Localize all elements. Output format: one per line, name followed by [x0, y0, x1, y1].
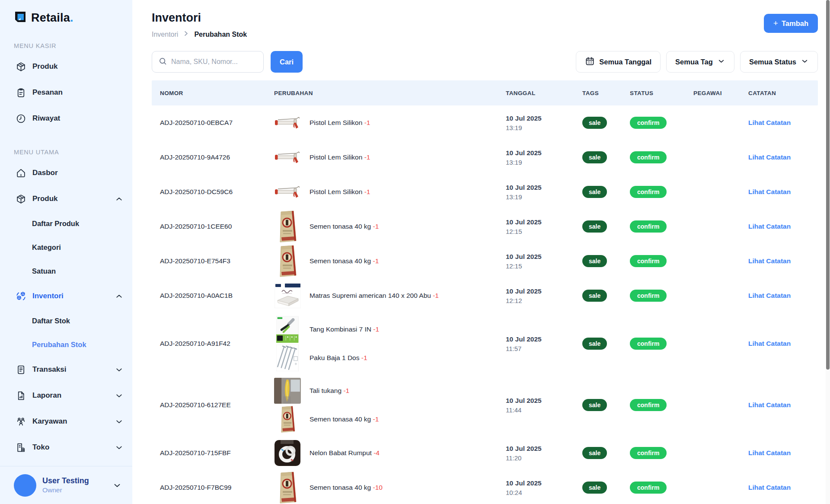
quantity-change: -1 — [433, 292, 439, 299]
sidebar-item-laporan[interactable]: Laporan — [0, 383, 132, 408]
brand-logo-icon — [14, 10, 27, 25]
tag-badge: sale — [582, 482, 607, 494]
filter-date-button[interactable]: Semua Tanggal — [576, 51, 661, 73]
sidebar-item-riwayat[interactable]: Riwayat — [0, 105, 132, 131]
tag-badge: sale — [582, 220, 607, 233]
tags-cell: sale — [582, 151, 630, 163]
change-cell: Nelon Babat Rumput -4 — [274, 436, 506, 470]
view-note-link[interactable]: Lihat Catatan — [748, 119, 791, 126]
table-row: ADJ-20250710-A91F42 Tang Kombinasi 7 IN … — [152, 313, 818, 374]
view-note-link[interactable]: Lihat Catatan — [748, 401, 791, 408]
table-row: ADJ-20250710-A0AC1B Matras Supremi ameri… — [152, 278, 818, 313]
sidebar-item-karyawan[interactable]: Karyawan — [0, 408, 132, 434]
product-line: Semen tonasa 40 kg -1 — [274, 405, 506, 434]
sidebar-item-produk[interactable]: Produk — [0, 54, 132, 80]
status-badge: confirm — [630, 399, 667, 411]
sidebar-item-inventori[interactable]: Inventori — [0, 283, 132, 309]
time-text: 12:15 — [506, 228, 582, 235]
note-cell: Lihat Catatan — [748, 188, 818, 196]
search-button[interactable]: Cari — [271, 51, 303, 73]
change-cell: Pistol Lem Silikon -1 — [274, 105, 506, 140]
adjustment-number: ADJ-20250710-E754F3 — [160, 257, 274, 265]
date-text: 10 Jul 2025 — [506, 287, 582, 295]
date-cell: 10 Jul 2025 13:19 — [506, 115, 582, 131]
product-name: Semen tonasa 40 kg -1 — [310, 415, 379, 423]
tag-badge: sale — [582, 338, 607, 350]
date-text: 10 Jul 2025 — [506, 335, 582, 343]
sidebar-item-produk[interactable]: Produk — [0, 186, 132, 212]
date-text: 10 Jul 2025 — [506, 479, 582, 487]
sidebar-item-dasbor[interactable]: Dasbor — [0, 160, 132, 186]
search-input[interactable] — [171, 58, 258, 66]
time-text: 11:20 — [506, 454, 582, 462]
adjustment-number: ADJ-20250710-715FBF — [160, 449, 274, 457]
chevron-up-icon — [115, 292, 124, 301]
scrollbar-thumb[interactable] — [826, 0, 830, 370]
view-note-link[interactable]: Lihat Catatan — [748, 484, 791, 491]
product-name: Semen tonasa 40 kg -1 — [310, 257, 379, 265]
filter-tag-button[interactable]: Semua Tag — [666, 51, 734, 73]
sidebar-item-kategori[interactable]: Kategori — [0, 236, 132, 259]
tags-cell: sale — [582, 186, 630, 198]
note-cell: Lihat Catatan — [748, 449, 818, 457]
status-cell: confirm — [630, 117, 693, 129]
product-name: Matras Supremi american 140 x 200 Abu -1 — [310, 292, 439, 300]
sidebar-item-daftar-produk[interactable]: Daftar Produk — [0, 212, 132, 236]
home-icon — [16, 168, 26, 179]
status-badge: confirm — [630, 186, 667, 198]
note-cell: Lihat Catatan — [748, 153, 818, 161]
sidebar-item-toko[interactable]: Toko — [0, 434, 132, 460]
table-row: ADJ-20250710-715FBF Nelon Babat Rumput -… — [152, 436, 818, 470]
status-cell: confirm — [630, 290, 693, 302]
date-cell: 10 Jul 2025 13:19 — [506, 149, 582, 166]
view-note-link[interactable]: Lihat Catatan — [748, 340, 791, 347]
product-line: Semen tonasa 40 kg -1 — [274, 244, 506, 278]
filter-status-button[interactable]: Semua Status — [740, 51, 818, 73]
date-cell: 10 Jul 2025 11:57 — [506, 335, 582, 352]
date-cell: 10 Jul 2025 12:15 — [506, 218, 582, 235]
sidebar-item-label: Karyawan — [32, 417, 67, 426]
sidebar-item-pesanan[interactable]: Pesanan — [0, 80, 132, 105]
view-note-link[interactable]: Lihat Catatan — [748, 257, 791, 265]
sidebar-item-transaksi[interactable]: Transaksi — [0, 357, 132, 383]
brand-logo[interactable]: Retaila. — [0, 0, 132, 25]
note-cell: Lihat Catatan — [748, 119, 818, 127]
view-note-link[interactable]: Lihat Catatan — [748, 188, 791, 195]
view-note-link[interactable]: Lihat Catatan — [748, 449, 791, 456]
date-cell: 10 Jul 2025 10:24 — [506, 479, 582, 496]
date-cell: 10 Jul 2025 11:44 — [506, 397, 582, 414]
sidebar-item-daftar-stok[interactable]: Daftar Stok — [0, 309, 132, 333]
add-button[interactable]: + Tambah — [764, 14, 818, 33]
clock-icon — [16, 113, 26, 124]
sidebar-item-satuan[interactable]: Satuan — [0, 259, 132, 283]
product-image-nylon-coil — [274, 440, 301, 466]
chevron-down-icon — [717, 57, 725, 67]
time-text: 12:12 — [506, 297, 582, 304]
change-cell: Pistol Lem Silikon -1 — [274, 175, 506, 209]
tag-badge: sale — [582, 290, 607, 302]
sidebar-item-perubahan-stok[interactable]: Perubahan Stok — [0, 333, 132, 357]
change-cell: Semen tonasa 40 kg -10 — [274, 470, 506, 504]
time-text: 10:24 — [506, 489, 582, 496]
breadcrumb: Inventori Perubahan Stok — [152, 30, 247, 39]
brand-name: Retaila. — [31, 11, 73, 25]
view-note-link[interactable]: Lihat Catatan — [748, 292, 791, 299]
nav-section-label-menu-kasir: MENU KASIR — [14, 42, 132, 49]
user-menu[interactable]: User Testing Owner — [0, 466, 132, 504]
breadcrumb-inventori[interactable]: Inventori — [152, 31, 178, 38]
tag-badge: sale — [582, 186, 607, 198]
product-image-caulk-gun — [274, 116, 301, 130]
view-note-link[interactable]: Lihat Catatan — [748, 153, 791, 161]
scrollbar-track[interactable] — [826, 0, 830, 504]
time-text: 11:57 — [506, 345, 582, 352]
tag-badge: sale — [582, 399, 607, 411]
adjustment-number: ADJ-20250710-0EBCA7 — [160, 119, 274, 127]
view-note-link[interactable]: Lihat Catatan — [748, 223, 791, 230]
column-header-tanggal: TANGGAL — [506, 90, 582, 96]
status-cell: confirm — [630, 447, 693, 459]
sidebar-item-label: Riwayat — [32, 114, 60, 123]
table-body: ADJ-20250710-0EBCA7 Pistol Lem Silikon -… — [152, 105, 818, 504]
date-text: 10 Jul 2025 — [506, 184, 582, 191]
change-cell: Semen tonasa 40 kg -1 — [274, 244, 506, 278]
product-line: Pistol Lem Silikon -1 — [274, 105, 506, 140]
